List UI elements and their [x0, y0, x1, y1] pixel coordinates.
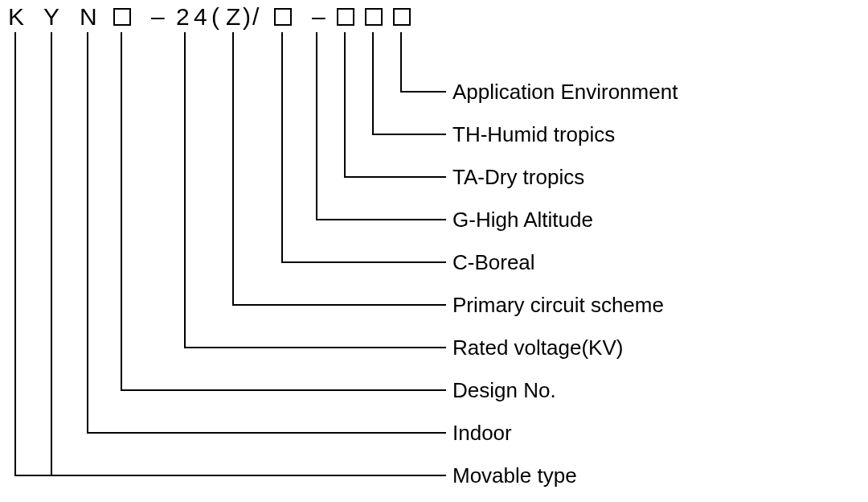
code-char-N: N: [80, 5, 97, 29]
leader-v-2: [344, 32, 346, 177]
leader-v-5: [232, 32, 234, 305]
leader-h-9: [51, 475, 446, 476]
code-char-4: 4: [194, 5, 207, 29]
label-design-no: Design No.: [452, 378, 556, 402]
code-char-slash: /: [252, 5, 259, 29]
code-char-Y: Y: [43, 5, 59, 29]
leader-h-3: [316, 219, 446, 220]
leader-v-3: [316, 32, 317, 220]
code-char-Z: Z: [226, 5, 240, 29]
leader-h-7: [121, 389, 446, 391]
leader-h-K-join: [14, 475, 51, 476]
code-char-2: 2: [176, 5, 190, 29]
leader-h-4: [281, 261, 446, 263]
leader-h-6: [184, 347, 446, 348]
label-th-humid: TH-Humid tropics: [452, 122, 615, 146]
leader-v-9: [51, 32, 52, 475]
leader-v-8: [87, 32, 88, 433]
code-box-env-1: [337, 8, 354, 26]
leader-v-4: [281, 32, 283, 262]
label-movable-type: Movable type: [452, 463, 577, 488]
code-box-design-no: [113, 8, 131, 26]
label-c-boreal: C-Boreal: [452, 250, 535, 274]
label-indoor: Indoor: [452, 421, 512, 445]
label-ta-dry: TA-Dry tropics: [452, 165, 584, 189]
designation-diagram: K Y N – 2 4 ( Z ) / – Application Enviro…: [0, 0, 868, 502]
code-box-env-2: [365, 8, 383, 26]
label-primary-scheme: Primary circuit scheme: [452, 293, 664, 317]
code-char-paren-close: ): [243, 5, 251, 29]
label-application-environment: Application Environment: [452, 80, 678, 104]
code-char-dash-2: –: [312, 5, 326, 29]
leader-h-1: [372, 134, 446, 135]
leader-h-5: [232, 304, 446, 306]
leader-h-8: [87, 432, 446, 434]
leader-h-0: [400, 91, 446, 93]
label-rated-voltage: Rated voltage(KV): [452, 335, 623, 360]
code-char-paren-open: (: [211, 5, 219, 29]
label-g-high-altitude: G-High Altitude: [452, 208, 593, 232]
leader-v-0: [400, 32, 402, 92]
code-box-scheme: [274, 8, 292, 26]
leader-v-K: [14, 32, 16, 475]
code-char-K: K: [8, 5, 24, 29]
leader-v-7: [121, 32, 122, 390]
code-box-env-3: [393, 8, 411, 26]
leader-h-2: [344, 176, 446, 178]
leader-v-1: [372, 32, 374, 134]
code-char-dash-1: –: [151, 5, 165, 29]
leader-v-6: [184, 32, 186, 348]
